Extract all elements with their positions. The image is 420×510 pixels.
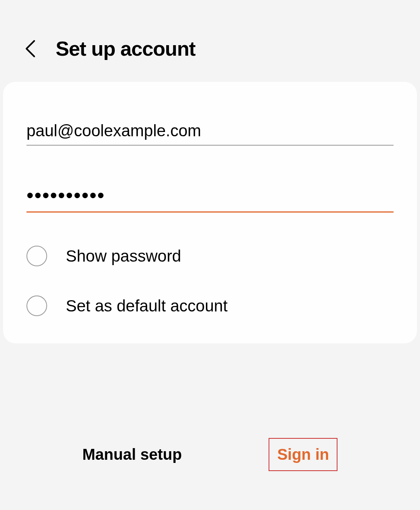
manual-setup-button[interactable]: Manual setup	[83, 446, 182, 463]
sign-in-button[interactable]: Sign in	[269, 438, 337, 471]
email-field[interactable]	[26, 117, 394, 146]
show-password-checkbox[interactable]	[26, 246, 47, 266]
form-card: Show password Set as default account	[3, 82, 417, 343]
footer: Manual setup Sign in	[0, 438, 420, 471]
set-default-row[interactable]: Set as default account	[26, 295, 394, 316]
set-default-checkbox[interactable]	[26, 295, 47, 316]
back-icon[interactable]	[25, 39, 36, 58]
page-title: Set up account	[56, 37, 195, 60]
email-input-group	[26, 117, 394, 146]
password-field[interactable]	[26, 179, 394, 213]
show-password-label: Show password	[66, 247, 181, 266]
show-password-row[interactable]: Show password	[26, 246, 394, 266]
password-input-group	[26, 179, 394, 213]
set-default-label: Set as default account	[66, 297, 228, 315]
header: Set up account	[0, 0, 420, 82]
